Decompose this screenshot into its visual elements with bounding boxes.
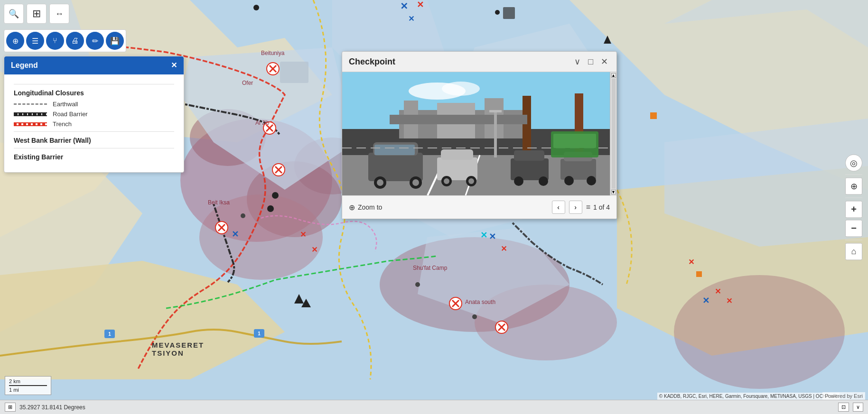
svg-rect-89 xyxy=(441,149,473,160)
coords-toggle-button[interactable]: ⊞ xyxy=(5,403,16,412)
legend-header: Legend ✕ xyxy=(4,56,184,74)
checkpoint-footer: ⊕ Zoom to ‹ › ≡ 1 of 4 xyxy=(342,195,616,219)
checkpoint-popup: Checkpoint ∨ □ ✕ xyxy=(342,51,617,219)
svg-rect-95 xyxy=(514,150,544,161)
checkpoint-header: Checkpoint ∨ □ ✕ xyxy=(342,52,616,72)
scale-2km: 2 km xyxy=(9,378,47,384)
coords-dropdown-button[interactable]: ∨ xyxy=(853,403,863,412)
legend-close-button[interactable]: ✕ xyxy=(171,62,177,69)
svg-point-26 xyxy=(263,122,276,134)
compass-button[interactable]: ◎ xyxy=(845,154,862,171)
locate-button[interactable]: ⊕ xyxy=(845,177,862,194)
zoom-label: Zoom to xyxy=(358,203,382,211)
checkpoint-minimize-button[interactable]: ∨ xyxy=(572,56,582,67)
svg-point-5 xyxy=(180,119,332,242)
print-button[interactable]: 🖨 xyxy=(66,32,84,50)
svg-text:✕: ✕ xyxy=(501,245,507,253)
svg-line-24 xyxy=(270,65,276,72)
save-icon: 💾 xyxy=(110,37,120,46)
measure-button[interactable]: ↔ xyxy=(49,4,69,24)
svg-point-86 xyxy=(412,179,419,186)
scale-1mi: 1 mi xyxy=(9,387,47,393)
zoom-in-button[interactable]: + xyxy=(845,201,862,218)
extent-button[interactable]: ⊡ xyxy=(838,403,849,412)
svg-point-10 xyxy=(380,237,569,332)
svg-point-7 xyxy=(247,161,342,237)
legend-panel: Legend ✕ Longitudinal Closures Earthwall… xyxy=(4,56,184,173)
svg-text:✕: ✕ xyxy=(417,0,424,9)
legend-section-wb-barrier: West Bank Barrier (Wall) xyxy=(14,137,174,144)
svg-rect-102 xyxy=(494,110,497,157)
svg-marker-20 xyxy=(664,0,868,47)
save-button[interactable]: 💾 xyxy=(106,32,124,50)
svg-point-8 xyxy=(199,194,323,280)
svg-text:✕: ✕ xyxy=(400,1,408,11)
legend-label-earthwall: Earthwall xyxy=(53,101,78,108)
city-label-anata: Anata south xyxy=(465,299,495,305)
measure-icon: ↔ xyxy=(55,9,64,19)
svg-point-101 xyxy=(587,176,596,185)
powered-by-text: Powered by Esri xyxy=(825,393,863,399)
city-label-beit-iksa: Beit Iksa xyxy=(208,199,230,206)
svg-text:1: 1 xyxy=(108,331,111,337)
search-button[interactable]: 🔍 xyxy=(4,4,24,24)
svg-line-34 xyxy=(218,224,225,231)
scroll-up-arrow[interactable]: ▲ xyxy=(611,73,616,78)
svg-point-58 xyxy=(495,10,500,15)
layers-button[interactable]: ⊕ xyxy=(6,32,24,50)
svg-point-23 xyxy=(267,63,279,75)
city-label-ofer: Ofer xyxy=(242,80,253,86)
checkpoint-title: Checkpoint xyxy=(349,57,395,67)
checkpoint-expand-button[interactable]: □ xyxy=(586,56,595,67)
checkpoint-close-button[interactable]: ✕ xyxy=(599,56,610,67)
branch-icon: ⑂ xyxy=(53,37,57,45)
svg-line-37 xyxy=(452,300,459,307)
svg-point-93 xyxy=(468,178,474,184)
legend-content: Longitudinal Closures Earthwall Road Bar… xyxy=(4,74,184,172)
svg-line-28 xyxy=(266,125,273,131)
svg-marker-21 xyxy=(664,119,868,247)
legend-section-longitudinal: Longitudinal Closures xyxy=(14,89,174,97)
svg-point-35 xyxy=(449,297,462,310)
svg-marker-63 xyxy=(604,36,611,44)
home-button[interactable]: ⌂ xyxy=(845,243,862,260)
svg-point-72 xyxy=(442,82,480,96)
svg-text:✕: ✕ xyxy=(480,230,487,240)
esri-credit: Powered by Esri xyxy=(822,392,865,400)
zoom-out-button[interactable]: − xyxy=(845,220,862,237)
svg-rect-13 xyxy=(280,62,308,83)
qr-button[interactable]: ⊞ xyxy=(27,4,47,24)
legend-symbol-road-barrier xyxy=(14,111,47,118)
svg-point-100 xyxy=(564,176,574,185)
svg-point-59 xyxy=(415,282,420,287)
branch-button[interactable]: ⑂ xyxy=(46,32,64,50)
edit-button[interactable]: ✏ xyxy=(86,32,104,50)
edit-icon: ✏ xyxy=(92,37,98,46)
svg-text:✕: ✕ xyxy=(408,15,414,23)
attribution-text: © KADDB, RJGC, Esri, HERE, Garmin, Fours… xyxy=(659,394,838,399)
svg-marker-4 xyxy=(617,166,868,356)
legend-symbol-earthwall xyxy=(14,101,47,108)
legend-section-existing-barrier: Existing Barrier xyxy=(14,153,174,161)
city-label-beituniya: Beituniya xyxy=(261,50,284,56)
list-button[interactable]: ☰ xyxy=(26,32,44,50)
svg-point-6 xyxy=(190,109,266,166)
svg-line-36 xyxy=(452,300,459,307)
scroll-down-arrow[interactable]: ▼ xyxy=(611,190,616,194)
svg-point-56 xyxy=(241,213,245,218)
svg-point-12 xyxy=(674,275,845,389)
svg-point-11 xyxy=(475,285,617,360)
svg-line-27 xyxy=(266,125,273,131)
zoom-to-button[interactable]: ⊕ Zoom to xyxy=(349,203,382,212)
nav-buttons: ‹ › ≡ 1 of 4 xyxy=(552,201,610,214)
city-label-shuafat: Shu'fat Camp xyxy=(413,265,447,271)
svg-text:✕: ✕ xyxy=(489,232,496,241)
scroll-track xyxy=(612,79,616,189)
prev-button[interactable]: ‹ xyxy=(552,201,565,214)
svg-text:1: 1 xyxy=(258,331,261,336)
checkpoint-image-area: ▲ ▼ xyxy=(342,72,616,195)
city-label-al-jib: Al Jib xyxy=(255,120,269,126)
legend-label-road-barrier: Road Barrier xyxy=(53,110,88,118)
image-scrollbar[interactable]: ▲ ▼ xyxy=(610,72,616,195)
next-button[interactable]: › xyxy=(569,201,582,214)
